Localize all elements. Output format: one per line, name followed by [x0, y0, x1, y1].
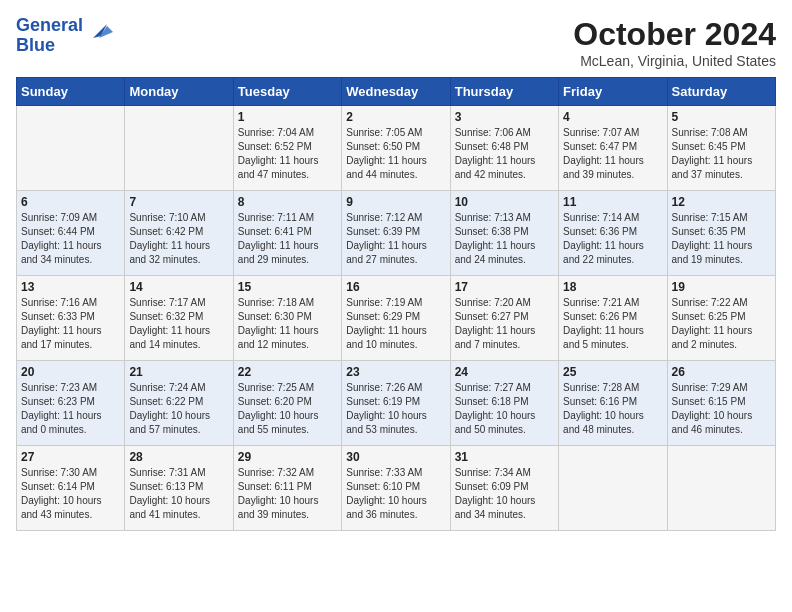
calendar-cell: 3Sunrise: 7:06 AM Sunset: 6:48 PM Daylig… [450, 106, 558, 191]
day-info: Sunrise: 7:31 AM Sunset: 6:13 PM Dayligh… [129, 466, 228, 522]
logo-icon [85, 16, 115, 46]
day-number: 8 [238, 195, 337, 209]
day-number: 3 [455, 110, 554, 124]
day-number: 5 [672, 110, 771, 124]
day-info: Sunrise: 7:32 AM Sunset: 6:11 PM Dayligh… [238, 466, 337, 522]
calendar-cell: 21Sunrise: 7:24 AM Sunset: 6:22 PM Dayli… [125, 361, 233, 446]
header-day-friday: Friday [559, 78, 667, 106]
day-info: Sunrise: 7:14 AM Sunset: 6:36 PM Dayligh… [563, 211, 662, 267]
day-number: 21 [129, 365, 228, 379]
calendar-cell: 19Sunrise: 7:22 AM Sunset: 6:25 PM Dayli… [667, 276, 775, 361]
calendar-cell: 15Sunrise: 7:18 AM Sunset: 6:30 PM Dayli… [233, 276, 341, 361]
month-title: October 2024 [573, 16, 776, 53]
day-info: Sunrise: 7:23 AM Sunset: 6:23 PM Dayligh… [21, 381, 120, 437]
day-number: 25 [563, 365, 662, 379]
day-number: 27 [21, 450, 120, 464]
day-info: Sunrise: 7:21 AM Sunset: 6:26 PM Dayligh… [563, 296, 662, 352]
week-row-4: 20Sunrise: 7:23 AM Sunset: 6:23 PM Dayli… [17, 361, 776, 446]
calendar-cell: 26Sunrise: 7:29 AM Sunset: 6:15 PM Dayli… [667, 361, 775, 446]
location: McLean, Virginia, United States [573, 53, 776, 69]
calendar-cell: 4Sunrise: 7:07 AM Sunset: 6:47 PM Daylig… [559, 106, 667, 191]
day-number: 29 [238, 450, 337, 464]
header-day-monday: Monday [125, 78, 233, 106]
day-number: 4 [563, 110, 662, 124]
header-row: SundayMondayTuesdayWednesdayThursdayFrid… [17, 78, 776, 106]
week-row-2: 6Sunrise: 7:09 AM Sunset: 6:44 PM Daylig… [17, 191, 776, 276]
calendar-cell: 11Sunrise: 7:14 AM Sunset: 6:36 PM Dayli… [559, 191, 667, 276]
day-number: 10 [455, 195, 554, 209]
day-info: Sunrise: 7:30 AM Sunset: 6:14 PM Dayligh… [21, 466, 120, 522]
day-number: 2 [346, 110, 445, 124]
day-number: 12 [672, 195, 771, 209]
day-info: Sunrise: 7:08 AM Sunset: 6:45 PM Dayligh… [672, 126, 771, 182]
calendar-cell: 27Sunrise: 7:30 AM Sunset: 6:14 PM Dayli… [17, 446, 125, 531]
calendar-cell [559, 446, 667, 531]
header-day-sunday: Sunday [17, 78, 125, 106]
calendar-cell: 13Sunrise: 7:16 AM Sunset: 6:33 PM Dayli… [17, 276, 125, 361]
calendar-cell: 24Sunrise: 7:27 AM Sunset: 6:18 PM Dayli… [450, 361, 558, 446]
calendar-cell: 10Sunrise: 7:13 AM Sunset: 6:38 PM Dayli… [450, 191, 558, 276]
calendar-cell: 22Sunrise: 7:25 AM Sunset: 6:20 PM Dayli… [233, 361, 341, 446]
day-number: 28 [129, 450, 228, 464]
title-block: October 2024 McLean, Virginia, United St… [573, 16, 776, 69]
day-number: 23 [346, 365, 445, 379]
day-number: 24 [455, 365, 554, 379]
calendar-cell: 7Sunrise: 7:10 AM Sunset: 6:42 PM Daylig… [125, 191, 233, 276]
day-info: Sunrise: 7:15 AM Sunset: 6:35 PM Dayligh… [672, 211, 771, 267]
calendar-cell: 29Sunrise: 7:32 AM Sunset: 6:11 PM Dayli… [233, 446, 341, 531]
calendar-header: SundayMondayTuesdayWednesdayThursdayFrid… [17, 78, 776, 106]
day-number: 7 [129, 195, 228, 209]
day-info: Sunrise: 7:29 AM Sunset: 6:15 PM Dayligh… [672, 381, 771, 437]
day-info: Sunrise: 7:24 AM Sunset: 6:22 PM Dayligh… [129, 381, 228, 437]
day-number: 14 [129, 280, 228, 294]
day-info: Sunrise: 7:28 AM Sunset: 6:16 PM Dayligh… [563, 381, 662, 437]
day-info: Sunrise: 7:20 AM Sunset: 6:27 PM Dayligh… [455, 296, 554, 352]
calendar-cell: 25Sunrise: 7:28 AM Sunset: 6:16 PM Dayli… [559, 361, 667, 446]
calendar-cell [667, 446, 775, 531]
calendar-cell: 14Sunrise: 7:17 AM Sunset: 6:32 PM Dayli… [125, 276, 233, 361]
day-info: Sunrise: 7:19 AM Sunset: 6:29 PM Dayligh… [346, 296, 445, 352]
day-number: 17 [455, 280, 554, 294]
day-number: 20 [21, 365, 120, 379]
calendar-cell: 30Sunrise: 7:33 AM Sunset: 6:10 PM Dayli… [342, 446, 450, 531]
logo: GeneralBlue [16, 16, 115, 56]
day-number: 22 [238, 365, 337, 379]
day-number: 15 [238, 280, 337, 294]
calendar-cell: 20Sunrise: 7:23 AM Sunset: 6:23 PM Dayli… [17, 361, 125, 446]
calendar-cell [125, 106, 233, 191]
week-row-1: 1Sunrise: 7:04 AM Sunset: 6:52 PM Daylig… [17, 106, 776, 191]
page-header: GeneralBlue October 2024 McLean, Virgini… [16, 16, 776, 69]
day-info: Sunrise: 7:25 AM Sunset: 6:20 PM Dayligh… [238, 381, 337, 437]
day-info: Sunrise: 7:13 AM Sunset: 6:38 PM Dayligh… [455, 211, 554, 267]
calendar-cell: 31Sunrise: 7:34 AM Sunset: 6:09 PM Dayli… [450, 446, 558, 531]
day-info: Sunrise: 7:10 AM Sunset: 6:42 PM Dayligh… [129, 211, 228, 267]
day-number: 9 [346, 195, 445, 209]
header-day-saturday: Saturday [667, 78, 775, 106]
day-number: 6 [21, 195, 120, 209]
week-row-5: 27Sunrise: 7:30 AM Sunset: 6:14 PM Dayli… [17, 446, 776, 531]
calendar-cell: 1Sunrise: 7:04 AM Sunset: 6:52 PM Daylig… [233, 106, 341, 191]
day-info: Sunrise: 7:33 AM Sunset: 6:10 PM Dayligh… [346, 466, 445, 522]
day-info: Sunrise: 7:07 AM Sunset: 6:47 PM Dayligh… [563, 126, 662, 182]
day-info: Sunrise: 7:34 AM Sunset: 6:09 PM Dayligh… [455, 466, 554, 522]
calendar-cell: 17Sunrise: 7:20 AM Sunset: 6:27 PM Dayli… [450, 276, 558, 361]
day-info: Sunrise: 7:04 AM Sunset: 6:52 PM Dayligh… [238, 126, 337, 182]
calendar-cell: 12Sunrise: 7:15 AM Sunset: 6:35 PM Dayli… [667, 191, 775, 276]
week-row-3: 13Sunrise: 7:16 AM Sunset: 6:33 PM Dayli… [17, 276, 776, 361]
day-info: Sunrise: 7:11 AM Sunset: 6:41 PM Dayligh… [238, 211, 337, 267]
day-info: Sunrise: 7:17 AM Sunset: 6:32 PM Dayligh… [129, 296, 228, 352]
day-number: 11 [563, 195, 662, 209]
calendar-cell: 9Sunrise: 7:12 AM Sunset: 6:39 PM Daylig… [342, 191, 450, 276]
day-info: Sunrise: 7:12 AM Sunset: 6:39 PM Dayligh… [346, 211, 445, 267]
day-number: 1 [238, 110, 337, 124]
header-day-wednesday: Wednesday [342, 78, 450, 106]
day-info: Sunrise: 7:09 AM Sunset: 6:44 PM Dayligh… [21, 211, 120, 267]
calendar-cell [17, 106, 125, 191]
day-number: 18 [563, 280, 662, 294]
day-number: 26 [672, 365, 771, 379]
day-info: Sunrise: 7:06 AM Sunset: 6:48 PM Dayligh… [455, 126, 554, 182]
day-number: 13 [21, 280, 120, 294]
calendar-cell: 23Sunrise: 7:26 AM Sunset: 6:19 PM Dayli… [342, 361, 450, 446]
calendar-table: SundayMondayTuesdayWednesdayThursdayFrid… [16, 77, 776, 531]
calendar-cell: 8Sunrise: 7:11 AM Sunset: 6:41 PM Daylig… [233, 191, 341, 276]
